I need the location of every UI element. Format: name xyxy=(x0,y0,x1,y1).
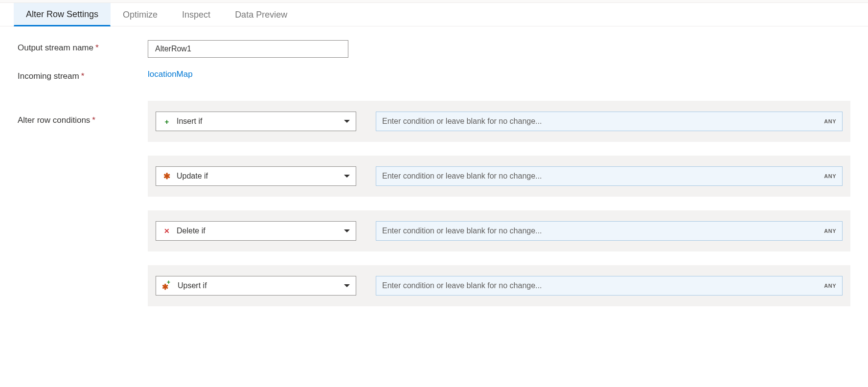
incoming-stream-link[interactable]: locationMap xyxy=(148,68,193,79)
condition-placeholder: Enter condition or leave blank for no ch… xyxy=(382,227,824,235)
condition-row: ✕ Delete if Enter condition or leave bla… xyxy=(148,210,850,251)
required-indicator: * xyxy=(95,43,99,52)
condition-row: + Insert if Enter condition or leave bla… xyxy=(148,101,850,142)
tab-optimize[interactable]: Optimize xyxy=(111,3,170,26)
label-output-stream-name: Output stream name* xyxy=(18,40,148,53)
required-indicator: * xyxy=(81,71,85,81)
asterisk-icon: ✱ xyxy=(162,171,172,181)
condition-type-select-update[interactable]: ✱ Update if xyxy=(156,166,356,186)
chevron-down-icon xyxy=(344,229,350,232)
tab-alter-row-settings[interactable]: Alter Row Settings xyxy=(14,3,111,26)
chevron-down-icon xyxy=(344,284,350,287)
output-stream-name-input[interactable] xyxy=(148,40,348,58)
row-alter-row-conditions: Alter row conditions* + Insert if Enter … xyxy=(18,101,850,320)
any-badge: ANY xyxy=(824,173,836,179)
close-icon: ✕ xyxy=(162,226,172,236)
plus-icon: + xyxy=(162,116,172,126)
conditions-list: + Insert if Enter condition or leave bla… xyxy=(148,101,850,320)
condition-expression-input[interactable]: Enter condition or leave blank for no ch… xyxy=(376,166,843,186)
upsert-icon: ✱+ xyxy=(162,281,173,291)
settings-content: Output stream name* Incoming stream* loc… xyxy=(0,26,868,348)
tabs-bar: Alter Row Settings Optimize Inspect Data… xyxy=(0,3,868,26)
label-incoming-stream: Incoming stream* xyxy=(18,68,148,81)
any-badge: ANY xyxy=(824,118,836,124)
required-indicator: * xyxy=(92,115,95,125)
condition-type-label: Update if xyxy=(177,172,344,181)
chevron-down-icon xyxy=(344,120,350,123)
any-badge: ANY xyxy=(824,283,836,289)
condition-expression-input[interactable]: Enter condition or leave blank for no ch… xyxy=(376,221,843,241)
condition-type-select-upsert[interactable]: ✱+ Upsert if xyxy=(156,276,356,296)
row-incoming-stream: Incoming stream* locationMap xyxy=(18,68,850,81)
chevron-down-icon xyxy=(344,175,350,178)
condition-placeholder: Enter condition or leave blank for no ch… xyxy=(382,117,824,126)
condition-type-label: Insert if xyxy=(177,117,344,126)
condition-expression-input[interactable]: Enter condition or leave blank for no ch… xyxy=(376,276,843,296)
condition-row: ✱+ Upsert if Enter condition or leave bl… xyxy=(148,265,850,306)
any-badge: ANY xyxy=(824,228,836,234)
row-output-stream-name: Output stream name* xyxy=(18,40,850,58)
condition-type-label: Upsert if xyxy=(178,281,344,290)
condition-type-select-insert[interactable]: + Insert if xyxy=(156,112,356,131)
tab-inspect[interactable]: Inspect xyxy=(170,3,223,26)
condition-type-label: Delete if xyxy=(177,227,344,235)
condition-expression-input[interactable]: Enter condition or leave blank for no ch… xyxy=(376,112,843,131)
condition-type-select-delete[interactable]: ✕ Delete if xyxy=(156,221,356,241)
label-alter-row-conditions: Alter row conditions* xyxy=(18,101,148,125)
condition-placeholder: Enter condition or leave blank for no ch… xyxy=(382,172,824,181)
condition-placeholder: Enter condition or leave blank for no ch… xyxy=(382,281,824,290)
condition-row: ✱ Update if Enter condition or leave bla… xyxy=(148,156,850,197)
tab-data-preview[interactable]: Data Preview xyxy=(223,3,299,26)
